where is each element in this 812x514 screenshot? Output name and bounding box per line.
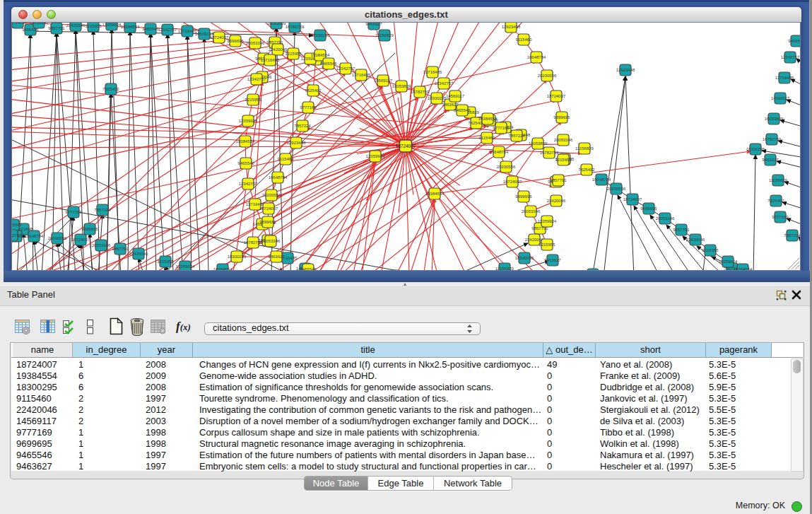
svg-text:9857791: 9857791 — [550, 178, 567, 182]
svg-text:20200556: 20200556 — [262, 193, 281, 197]
svg-text:19384554: 19384554 — [478, 117, 498, 121]
svg-text:9699695: 9699695 — [640, 206, 657, 211]
svg-text:9699695: 9699695 — [259, 220, 276, 224]
svg-text:13716485: 13716485 — [775, 76, 794, 80]
svg-text:16782759: 16782759 — [540, 151, 559, 155]
svg-text:12359924: 12359924 — [538, 219, 557, 223]
svg-text:9465546: 9465546 — [320, 62, 337, 66]
svg-text:9115460: 9115460 — [278, 157, 295, 161]
svg-text:16782759: 16782759 — [411, 90, 430, 94]
svg-text:20053346: 20053346 — [261, 239, 281, 243]
svg-text:18724007: 18724007 — [547, 94, 566, 98]
svg-text:20053346: 20053346 — [92, 243, 111, 247]
svg-text:9777169: 9777169 — [493, 126, 510, 130]
svg-text:12359924: 12359924 — [176, 264, 195, 269]
svg-text:3215955: 3215955 — [285, 52, 302, 56]
svg-text:19384554: 19384554 — [121, 25, 140, 29]
svg-text:3215955: 3215955 — [85, 24, 102, 28]
svg-text:9463627: 9463627 — [365, 22, 382, 26]
svg-text:18300295: 18300295 — [311, 33, 330, 37]
svg-text:7625402: 7625402 — [767, 199, 784, 203]
svg-text:9699695: 9699695 — [227, 39, 244, 43]
svg-text:16053809: 16053809 — [392, 84, 411, 88]
svg-text:7857224: 7857224 — [294, 124, 311, 128]
svg-text:9699695: 9699695 — [515, 194, 532, 199]
svg-text:11156829: 11156829 — [375, 33, 394, 37]
svg-text:20200556: 20200556 — [607, 187, 626, 191]
svg-text:12342757: 12342757 — [158, 28, 177, 32]
svg-text:16053809: 16053809 — [765, 117, 784, 121]
svg-text:12359924: 12359924 — [102, 23, 122, 27]
svg-text:22420046: 22420046 — [547, 199, 566, 203]
svg-text:16648784: 16648784 — [25, 234, 44, 238]
svg-text:9857791: 9857791 — [112, 247, 129, 251]
svg-text:3215955: 3215955 — [702, 248, 719, 252]
svg-text:18300295: 18300295 — [746, 147, 765, 151]
svg-text:16648784: 16648784 — [269, 175, 288, 180]
svg-text:18300295: 18300295 — [515, 256, 534, 260]
svg-text:12923448: 12923448 — [616, 68, 635, 72]
svg-text:18300295: 18300295 — [228, 255, 247, 259]
svg-text:19384554: 19384554 — [425, 192, 445, 196]
svg-text:20200556: 20200556 — [538, 74, 557, 78]
svg-text:7857224: 7857224 — [784, 233, 801, 238]
svg-text:9463627: 9463627 — [762, 158, 779, 162]
svg-text:22420046: 22420046 — [66, 23, 86, 28]
svg-text:7857224: 7857224 — [508, 134, 525, 138]
svg-text:19384554: 19384554 — [311, 53, 330, 57]
svg-text:16648784: 16648784 — [490, 150, 509, 154]
svg-text:16782759: 16782759 — [244, 240, 263, 245]
svg-text:18724007: 18724007 — [210, 35, 229, 40]
svg-text:12359924: 12359924 — [719, 259, 738, 264]
svg-text:9777169: 9777169 — [65, 210, 82, 214]
svg-text:3215955: 3215955 — [539, 243, 555, 247]
svg-text:9463627: 9463627 — [268, 255, 285, 259]
svg-text:16648784: 16648784 — [592, 177, 611, 182]
svg-text:19384554: 19384554 — [236, 139, 255, 144]
svg-text:12342757: 12342757 — [435, 81, 454, 86]
svg-text:3215955: 3215955 — [245, 98, 261, 102]
svg-text:16782759: 16782759 — [286, 25, 305, 29]
svg-text:12342757: 12342757 — [11, 233, 22, 238]
svg-text:7625402: 7625402 — [305, 88, 322, 93]
svg-text:7857224: 7857224 — [94, 208, 111, 212]
svg-text:13716485: 13716485 — [423, 70, 442, 74]
svg-text:9115460: 9115460 — [479, 136, 496, 140]
svg-text:18724007: 18724007 — [259, 206, 278, 211]
svg-text:9777169: 9777169 — [772, 215, 789, 219]
svg-text:16053809: 16053809 — [529, 141, 548, 146]
svg-text:14569117: 14569117 — [771, 96, 790, 100]
svg-text:18724007: 18724007 — [71, 238, 90, 242]
svg-text:13716485: 13716485 — [261, 58, 280, 62]
svg-text:20053346: 20053346 — [656, 216, 675, 221]
svg-text:9465546: 9465546 — [788, 39, 801, 43]
svg-text:16782759: 16782759 — [763, 137, 782, 141]
svg-text:9857791: 9857791 — [48, 26, 65, 30]
svg-text:12359924: 12359924 — [239, 119, 258, 123]
svg-text:22420046: 22420046 — [686, 238, 705, 242]
svg-text:9465546: 9465546 — [454, 108, 471, 112]
svg-text:9465546: 9465546 — [142, 27, 159, 31]
svg-text:13716485: 13716485 — [352, 73, 371, 77]
svg-text:12342757: 12342757 — [239, 182, 258, 186]
svg-text:18300295: 18300295 — [428, 96, 447, 100]
svg-text:20200556: 20200556 — [48, 236, 67, 240]
svg-text:11156829: 11156829 — [769, 178, 787, 182]
svg-text:12359924: 12359924 — [366, 154, 385, 158]
svg-text:9699695: 9699695 — [81, 227, 98, 231]
svg-text:20053346: 20053346 — [554, 138, 573, 142]
svg-text:3215955: 3215955 — [157, 259, 174, 264]
svg-text:16648784: 16648784 — [527, 55, 546, 59]
svg-text:11156829: 11156829 — [575, 146, 594, 151]
svg-text:9115460: 9115460 — [516, 37, 533, 42]
svg-text:18724007: 18724007 — [396, 144, 416, 148]
svg-text:9463627: 9463627 — [544, 258, 561, 262]
svg-text:12923448: 12923448 — [502, 25, 521, 29]
svg-text:12923448: 12923448 — [287, 141, 306, 145]
svg-text:18724007: 18724007 — [623, 197, 642, 201]
svg-text:9465546: 9465546 — [11, 223, 22, 227]
svg-text:20053346: 20053346 — [246, 41, 265, 45]
svg-text:12342757: 12342757 — [336, 66, 355, 71]
svg-text:9777169: 9777169 — [300, 105, 317, 110]
svg-text:14569117: 14569117 — [374, 78, 393, 83]
